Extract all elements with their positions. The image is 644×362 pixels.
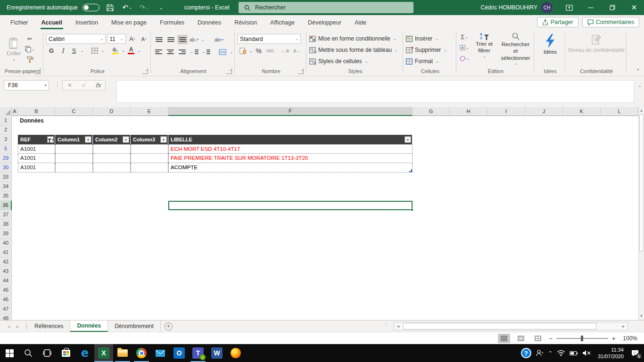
row-header-36[interactable]: 36 [0, 201, 12, 210]
table-cell-row5-col1[interactable]: A1001 [18, 144, 55, 154]
ribbon-tab-fichier[interactable]: Fichier [4, 16, 35, 29]
zoom-slider-thumb[interactable] [581, 336, 583, 341]
decrease-font-icon[interactable]: A˅ [139, 34, 149, 44]
row-header-3[interactable]: 3 [0, 135, 12, 144]
bold-button[interactable]: G [46, 46, 57, 55]
table-cell-row29-col3[interactable] [93, 154, 131, 163]
user-name[interactable]: Cédric HOMBOUHIRY [481, 4, 537, 11]
comments-button[interactable]: Commentaires [582, 17, 639, 27]
accounting-chevron-icon[interactable]: ⌄ [249, 49, 253, 53]
borders-icon[interactable] [90, 46, 100, 55]
taskbar-start[interactable] [0, 344, 19, 362]
sheet-nav-prev-icon[interactable]: ◂ [8, 324, 10, 329]
format-painter-icon[interactable] [25, 55, 35, 64]
sheet-tab-denombrement[interactable]: Dénombrement [108, 321, 161, 332]
sheet-nav-next-icon[interactable]: ▸ [17, 324, 19, 329]
column-header-f[interactable]: F [168, 107, 413, 116]
delete-cells-button[interactable]: ✕ Supprimer⌄ [406, 45, 454, 55]
formula-bar-collapse-icon[interactable]: ⌃ [638, 85, 642, 90]
row-header-41[interactable]: 41 [0, 248, 12, 257]
taskbar-store[interactable] [57, 344, 75, 362]
column-header-g[interactable]: G [413, 107, 450, 116]
ribbon-tab-formules[interactable]: Formules [153, 16, 191, 29]
table-header-column2[interactable]: Column2▾ [93, 135, 131, 144]
battery-icon[interactable] [570, 351, 578, 356]
fill-color-icon[interactable] [110, 46, 120, 55]
orientation-chevron-icon[interactable]: ⌄ [201, 38, 205, 42]
table-cell-row29-col1[interactable]: A1001 [18, 154, 55, 163]
autosave-toggle[interactable] [83, 4, 99, 11]
ideas-button-label[interactable]: Idées [544, 49, 557, 55]
column-header-h[interactable]: H [450, 107, 487, 116]
help-icon[interactable]: ? [521, 348, 531, 358]
row-header-38[interactable]: 38 [0, 220, 12, 229]
page-layout-view-button[interactable] [515, 334, 527, 343]
number-dialog-launcher[interactable] [298, 68, 304, 74]
sort-filter-button[interactable]: AZ Trier et filtrer ⌄ [471, 31, 497, 67]
row-header-33[interactable]: 33 [0, 173, 12, 182]
align-left-icon[interactable] [154, 47, 164, 57]
formula-input[interactable] [116, 80, 634, 103]
row-header-1[interactable]: 1 [0, 116, 12, 125]
column-header-b[interactable]: B [18, 107, 55, 116]
taskbar-firefox[interactable] [226, 344, 245, 362]
increase-decimal-icon[interactable]: ←.0 [280, 46, 290, 56]
font-dialog-launcher[interactable] [142, 68, 148, 74]
table-header-column3[interactable]: Column3▾ [131, 135, 168, 144]
accounting-format-icon[interactable] [238, 46, 248, 56]
row-header-30[interactable]: 30 [0, 163, 12, 173]
taskbar-task-view[interactable] [38, 344, 57, 362]
ribbon-tab-donnees[interactable]: Données [191, 16, 228, 29]
hscroll-splitter[interactable]: ⁞ [385, 323, 387, 326]
sheet-tab-donnees[interactable]: Données [70, 321, 108, 332]
decrease-indent-icon[interactable]: ← [189, 47, 199, 57]
taskbar-teams[interactable]: T✓ [189, 344, 207, 362]
zoom-level[interactable]: 100% [620, 335, 637, 342]
row-header-46[interactable]: 46 [0, 295, 12, 304]
quick-access-customize-icon[interactable]: ⌄ [155, 2, 167, 13]
page-break-view-button[interactable] [532, 334, 544, 343]
column-header-e[interactable]: E [131, 107, 168, 116]
clipboard-dialog-launcher[interactable] [35, 68, 41, 74]
row-header-40[interactable]: 40 [0, 239, 12, 248]
column-header-i[interactable]: I [487, 107, 525, 116]
table-cell-row30-col3[interactable] [93, 163, 131, 173]
table-cell-row30-col2[interactable] [55, 163, 93, 173]
save-icon[interactable] [104, 2, 116, 13]
copy-icon[interactable]: ⌄ [25, 44, 35, 54]
ribbon-tab-developpeur[interactable]: Développeur [301, 16, 348, 29]
filter-button-ref[interactable]: ▾ [47, 136, 54, 143]
undo-icon[interactable]: ↶⌄ [121, 2, 133, 13]
table-cell-row30-col1[interactable]: A1001 [18, 163, 55, 173]
ribbon-tab-aide[interactable]: Aide [348, 16, 373, 29]
merge-center-icon[interactable] [217, 47, 228, 57]
font-color-icon[interactable]: A [126, 46, 136, 55]
clear-icon[interactable]: ⌄ [459, 54, 470, 63]
clock[interactable]: 11:34 31/07/2020 [598, 346, 624, 360]
table-header-column1[interactable]: Column1▾ [55, 135, 93, 144]
increase-font-icon[interactable]: A˄ [127, 34, 138, 44]
thousands-separator-icon[interactable]: 000 [265, 46, 275, 56]
font-name-combo[interactable]: Calibri⌄ [46, 34, 106, 44]
people-icon[interactable] [536, 349, 544, 357]
column-header-d[interactable]: D [93, 107, 131, 116]
autosum-icon[interactable]: Σ⌄ [459, 32, 470, 41]
search-box[interactable]: Rechercher [239, 2, 413, 13]
row-header-45[interactable]: 45 [0, 286, 12, 295]
table-cell-row30-col4[interactable] [131, 163, 168, 173]
ribbon-tab-accueil[interactable]: Accueil [35, 16, 69, 29]
column-header-l[interactable]: L [601, 107, 638, 116]
fill-icon[interactable]: ⌄ [459, 43, 470, 52]
format-cells-button[interactable]: Format⌄ [406, 56, 454, 66]
insert-function-icon[interactable]: fx [91, 82, 105, 89]
restore-button[interactable] [603, 0, 622, 15]
sheet-tab-references[interactable]: Références [28, 321, 70, 332]
conditional-formatting-button[interactable]: Mise en forme conditionnelle⌄ [309, 33, 401, 44]
normal-view-button[interactable] [498, 334, 510, 343]
row-header-39[interactable]: 39 [0, 229, 12, 239]
namebox-splitter[interactable]: ⋮ [55, 81, 60, 88]
ribbon-tab-insertion[interactable]: Insertion [69, 16, 105, 29]
filter-button-libelle[interactable]: ▾ [405, 136, 411, 143]
taskbar-word[interactable]: W [207, 344, 226, 362]
taskbar-edge[interactable]: e [75, 344, 94, 362]
